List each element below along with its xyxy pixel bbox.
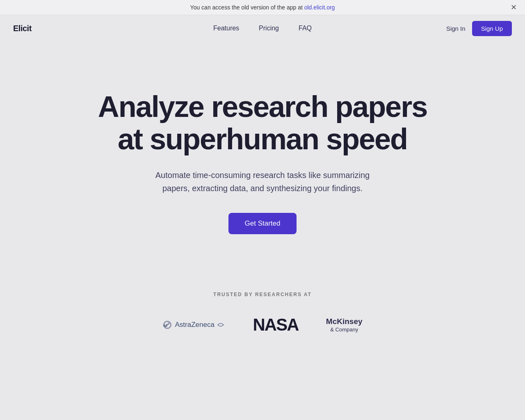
mckinsey-name: McKinsey [326, 317, 363, 327]
svg-text:AZ: AZ [163, 324, 167, 327]
svg-text:NASA: NASA [253, 315, 299, 334]
astrazeneca-swoosh [217, 321, 224, 329]
nav-pricing[interactable]: Pricing [259, 25, 279, 32]
trusted-logos: AZ AstraZeneca NASA McKinsey & Company [8, 314, 517, 336]
astrazeneca-icon: AZ [162, 320, 172, 330]
hero-subtitle: Automate time-consuming research tasks l… [148, 169, 377, 195]
sign-in-button[interactable]: Sign In [446, 25, 466, 32]
get-started-button[interactable]: Get Started [228, 213, 297, 234]
nav-links: Features Pricing FAQ [213, 25, 312, 32]
nav-actions: Sign In Sign Up [446, 21, 512, 36]
sign-up-button[interactable]: Sign Up [472, 21, 512, 36]
mckinsey-suffix: & Company [326, 326, 363, 333]
nav-faq[interactable]: FAQ [299, 25, 312, 32]
mckinsey-logo: McKinsey & Company [326, 317, 363, 334]
astrazeneca-logo: AZ AstraZeneca [162, 320, 224, 330]
banner-link[interactable]: old.elicit.org [304, 4, 335, 11]
announcement-banner: You can access the old version of the ap… [0, 0, 525, 15]
hero-title: Analyze research papers at superhuman sp… [86, 91, 439, 155]
nasa-logo-svg: NASA [251, 314, 300, 334]
site-logo[interactable]: Elicit [13, 24, 32, 33]
nasa-logo: NASA [251, 314, 300, 336]
trusted-label: TRUSTED BY RESEARCHERS AT [8, 292, 517, 297]
hero-section: Analyze research papers at superhuman sp… [78, 41, 447, 267]
nav-features[interactable]: Features [213, 25, 239, 32]
astrazeneca-text: AstraZeneca [175, 321, 214, 329]
banner-text: You can access the old version of the ap… [190, 4, 335, 11]
navbar: Elicit Features Pricing FAQ Sign In Sign… [0, 15, 525, 41]
close-icon[interactable]: ✕ [511, 4, 517, 11]
trusted-section: TRUSTED BY RESEARCHERS AT AZ AstraZeneca… [0, 267, 525, 369]
